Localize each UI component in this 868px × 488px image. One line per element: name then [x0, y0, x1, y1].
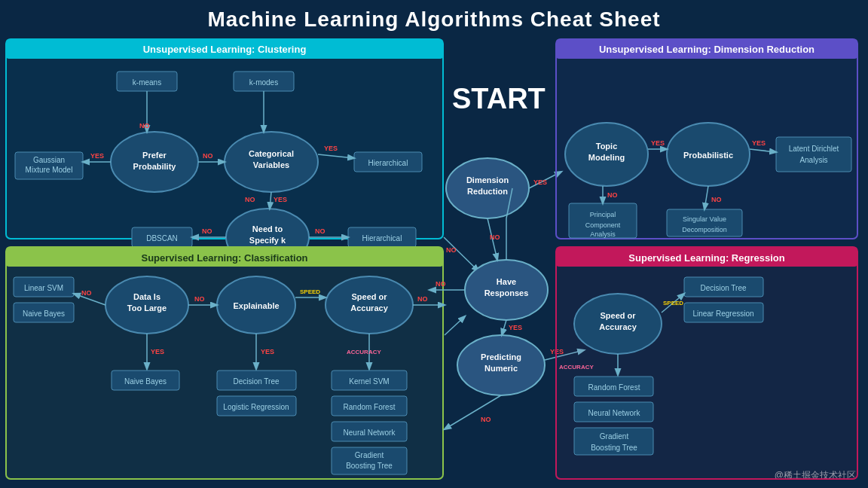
have-responses-node: Have: [497, 277, 516, 286]
svg-rect-51: [556, 39, 857, 59]
svg-rect-65: [684, 303, 763, 322]
pca-node3: Analysis: [590, 230, 616, 238]
data-too-large-node2: Too Large: [127, 303, 167, 313]
pca-node2: Component: [585, 221, 621, 229]
svg-point-41: [446, 158, 529, 218]
svd-node: Singular Value: [683, 215, 726, 223]
speed-accuracy-reg-node: Speed or: [600, 311, 636, 320]
no-label: NO: [203, 152, 213, 160]
svg-rect-1: [6, 39, 443, 59]
decision-tree1-node: Decision Tree: [233, 377, 280, 386]
svg-point-42: [465, 260, 548, 320]
svg-line-47: [502, 320, 506, 335]
svg-rect-7: [15, 152, 83, 179]
kernel-svm-node: Kernel SVM: [349, 377, 389, 386]
data-too-large-node: Data Is: [133, 292, 160, 301]
svg-point-26: [326, 276, 413, 334]
svg-rect-40: [332, 447, 407, 474]
svg-rect-54: [776, 137, 851, 172]
yes-label10: YES: [752, 139, 766, 147]
svg-rect-22: [14, 277, 74, 297]
lda-node: Latent Dirichlet: [789, 145, 839, 153]
predicting-numeric-node: Predicting: [481, 352, 521, 361]
svg-rect-55: [569, 203, 637, 238]
svg-rect-64: [684, 277, 763, 297]
topic-modeling-node2: Modeling: [588, 153, 625, 162]
logistic-reg-node: Logistic Regression: [223, 403, 289, 411]
probabilistic-node: Probabilistic: [683, 151, 733, 160]
no-label6: NO: [446, 246, 457, 254]
clustering-header: Unsupervised Learning: Clustering: [143, 44, 307, 55]
svg-line-60: [704, 186, 708, 209]
prefer-probability-node2: Probability: [133, 162, 177, 171]
gaussian-node: Gaussian: [33, 156, 65, 164]
yes-label: YES: [90, 152, 104, 160]
svg-line-71: [445, 316, 465, 335]
pca-node: Principal: [590, 211, 616, 218]
no-label14: NO: [711, 196, 722, 203]
yes-label7: YES: [509, 324, 522, 331]
no-label4: NO: [315, 227, 326, 235]
gaussian-node2: Mixture Model: [26, 166, 73, 174]
svg-rect-69: [574, 402, 653, 422]
svg-rect-2: [117, 72, 177, 91]
dimension-reduction-node: Dimension: [466, 175, 509, 185]
svg-rect-23: [14, 303, 74, 322]
random-forest-reg-node: Random Forest: [588, 383, 640, 392]
svg-rect-56: [667, 209, 742, 236]
hierarchical1-node: Hierarchical: [368, 159, 408, 167]
svg-point-24: [105, 276, 188, 334]
svg-point-8: [226, 209, 309, 266]
linear-reg-node: Linear Regression: [692, 310, 753, 318]
no-label11: NO: [436, 280, 446, 288]
no-label13: NO: [607, 191, 618, 199]
hierarchical2-node: Hierarchical: [362, 234, 402, 242]
svg-line-66: [662, 294, 684, 313]
need-specify-k-node: Need to: [252, 224, 283, 233]
svg-rect-6: [354, 152, 422, 172]
dimension-reduction-node2: Reduction: [467, 187, 508, 196]
gradient-boost1-node2: Boosting Tree: [346, 462, 393, 470]
svg-point-5: [225, 132, 318, 192]
topic-modeling-node: Topic: [596, 142, 618, 151]
page-title: Machine Learning Algorithms Cheat Sheet: [0, 0, 868, 36]
svg-rect-68: [574, 377, 653, 396]
gradient-boost-reg-node: Gradient: [600, 432, 629, 441]
categorical-node2: Variables: [253, 160, 289, 169]
neural-network-reg-node: Neural Network: [588, 409, 641, 417]
accuracy-label2: ACCURACY: [559, 364, 594, 371]
gradient-boost1-node: Gradient: [355, 451, 384, 459]
svg-rect-50: [556, 39, 857, 239]
svg-rect-70: [574, 428, 653, 455]
prefer-probability-node: Prefer: [142, 151, 167, 160]
regression-header: Supervised Learning: Regression: [628, 252, 784, 264]
kmeans-node: k-means: [133, 78, 161, 87]
svg-point-43: [457, 335, 545, 395]
no-label9: NO: [417, 295, 428, 303]
yes-label8: YES: [550, 348, 564, 355]
no-label5: NO: [139, 122, 150, 130]
speed-label2: SPEED: [663, 300, 683, 307]
svg-line-16: [270, 192, 271, 209]
speed-accuracy-class-node: Speed or: [351, 292, 387, 301]
speed-accuracy-reg-node2: Accuracy: [599, 322, 637, 331]
svg-rect-61: [556, 247, 857, 479]
yes-label5: YES: [261, 348, 274, 355]
speed-label1: SPEED: [300, 288, 320, 295]
svg-line-27: [74, 294, 105, 305]
linear-svm-node: Linear SVM: [24, 284, 63, 292]
svg-line-19: [444, 237, 478, 271]
yes-label4: YES: [151, 348, 164, 355]
naive-bayes1-node: Naive Bayes: [23, 310, 65, 318]
dbscan-node: DBSCAN: [146, 234, 178, 242]
svg-point-53: [667, 123, 750, 186]
svg-rect-9: [348, 227, 416, 247]
svg-line-48: [545, 350, 584, 360]
no-label10: NO: [490, 233, 500, 241]
svg-point-52: [565, 123, 648, 186]
yes-label2: YES: [324, 145, 338, 152]
explainable-node: Explainable: [233, 301, 279, 310]
svg-rect-38: [332, 396, 407, 416]
watermark: @稀土掘金技术社区: [775, 469, 856, 482]
kmodes-node: k-modes: [249, 78, 278, 87]
